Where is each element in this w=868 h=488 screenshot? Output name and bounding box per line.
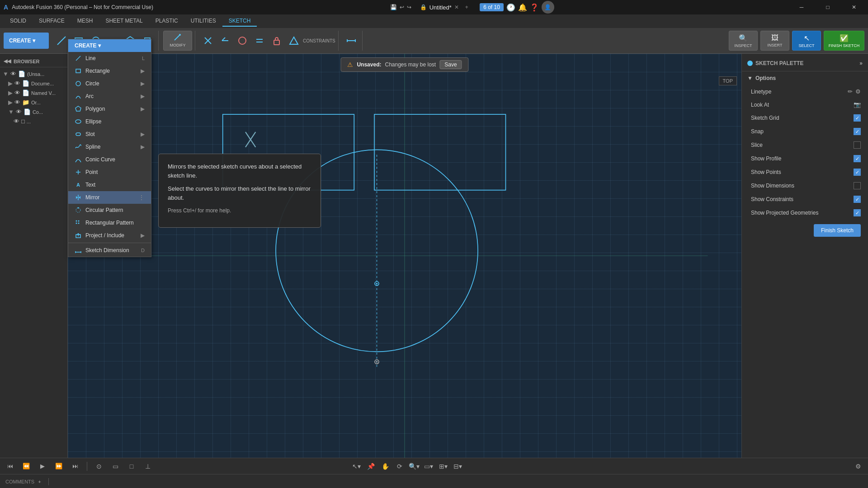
timeline-circle-btn[interactable]: ⊙: [93, 460, 105, 473]
close-button[interactable]: ✕: [844, 0, 864, 14]
notification-icon[interactable]: 🔔: [518, 3, 527, 12]
minimize-button[interactable]: ─: [791, 0, 812, 14]
close-tab-icon[interactable]: ✕: [454, 4, 459, 10]
create-dropdown-header[interactable]: CREATE ▾: [68, 39, 151, 52]
eye3-icon[interactable]: 👁: [14, 89, 20, 96]
zoom-btn[interactable]: 🔍▾: [408, 460, 420, 473]
eye6-icon[interactable]: 👁: [14, 118, 19, 125]
browser-item-or[interactable]: ▶ 👁 📁 Or...: [0, 98, 67, 107]
menu-item-sketch-dimension[interactable]: Sketch Dimension D: [68, 244, 151, 257]
menu-item-mirror[interactable]: Mirror ⋮: [68, 191, 151, 204]
palette-options-section[interactable]: ▼ Options: [742, 71, 868, 85]
display-btn[interactable]: ▭▾: [422, 460, 435, 473]
eye-icon[interactable]: 👁: [10, 70, 16, 77]
slice-checkbox[interactable]: [854, 141, 861, 149]
menu-item-conic-curve[interactable]: Conic Curve: [68, 153, 151, 166]
menu-item-polygon[interactable]: Polygon ▶: [68, 103, 151, 115]
menu-item-rectangle[interactable]: Rectangle ▶: [68, 65, 151, 77]
look-at-icon[interactable]: 📷: [854, 101, 861, 108]
redo-icon[interactable]: ↪: [407, 4, 411, 10]
pin-view-btn[interactable]: 📌: [364, 460, 377, 473]
menu-item-text[interactable]: A Text: [68, 178, 151, 191]
menu-item-slot[interactable]: Slot ▶: [68, 128, 151, 141]
sketch-canvas[interactable]: [68, 54, 741, 458]
menu-item-rectangular-pattern[interactable]: Rectangular Pattern: [68, 216, 151, 229]
help-icon[interactable]: ❓: [530, 3, 539, 12]
linetype-gear-icon[interactable]: ⚙: [855, 88, 861, 95]
pan-btn[interactable]: ✋: [379, 460, 392, 473]
finish-sketch-button[interactable]: ✅ FINISH SKETCH: [824, 31, 864, 51]
browser-item-sub[interactable]: 👁 □ ...: [0, 117, 67, 126]
cursor-menu-btn[interactable]: ↖▾: [350, 460, 363, 473]
show-projected-checkbox[interactable]: [854, 209, 861, 216]
mirror-more-icon[interactable]: ⋮: [138, 194, 145, 201]
insert-button[interactable]: 🖼 INSERT: [760, 31, 789, 51]
play-button[interactable]: ▶: [36, 460, 49, 473]
collapse-icon[interactable]: ◀◀: [4, 58, 11, 64]
dimension-btn[interactable]: [343, 31, 359, 51]
menu-item-ellipse[interactable]: Ellipse: [68, 115, 151, 128]
constraint-btn-2[interactable]: [217, 31, 233, 51]
tab-mesh[interactable]: MESH: [71, 16, 99, 27]
orbit-btn[interactable]: ⟳: [393, 460, 406, 473]
skip-start-button[interactable]: ⏮: [4, 460, 16, 473]
undo-icon[interactable]: ↩: [400, 4, 404, 10]
palette-chevron-icon[interactable]: »: [859, 60, 863, 66]
save-icon[interactable]: 💾: [390, 4, 397, 10]
snap-checkbox[interactable]: [854, 128, 861, 135]
menu-item-spline[interactable]: Spline ▶: [68, 141, 151, 153]
show-points-checkbox[interactable]: [854, 169, 861, 176]
canvas-area[interactable]: ⚠ Unsaved: Changes may be lost Save TOP: [68, 54, 741, 458]
eye4-icon[interactable]: 👁: [14, 99, 20, 106]
parallel-btn[interactable]: [251, 31, 268, 51]
show-constraints-checkbox[interactable]: [854, 196, 861, 203]
linetype-edit-icon[interactable]: ✏: [848, 88, 853, 95]
browser-item-co[interactable]: ▼ 👁 📄 Co...: [0, 107, 67, 117]
menu-item-line[interactable]: Line L: [68, 52, 151, 65]
tab-sketch[interactable]: SKETCH: [222, 16, 257, 27]
menu-item-project-include[interactable]: Project / Include ▶: [68, 229, 151, 242]
tab-solid[interactable]: SOLID: [4, 16, 33, 27]
tab-utilities[interactable]: UTILITIES: [184, 16, 222, 27]
timeline-rect-btn[interactable]: ▭: [109, 460, 122, 473]
eye5-icon[interactable]: 👁: [16, 108, 22, 115]
tab-plastic[interactable]: PLASTIC: [149, 16, 184, 27]
modify-button[interactable]: MODIFY: [163, 31, 192, 51]
sketch-grid-checkbox[interactable]: [854, 114, 861, 122]
save-button[interactable]: Save: [439, 60, 462, 69]
next-button[interactable]: ⏩: [52, 460, 65, 473]
menu-item-point[interactable]: Point: [68, 166, 151, 178]
constraint-btn-1[interactable]: [200, 31, 216, 51]
menu-item-circle[interactable]: Circle ▶: [68, 77, 151, 90]
browser-item-docs[interactable]: ▶ 👁 📄 Docume...: [0, 79, 67, 88]
user-avatar[interactable]: 👤: [542, 1, 554, 14]
browser-item-named[interactable]: ▶ 👁 📄 Named V...: [0, 88, 67, 98]
eye2-icon[interactable]: 👁: [14, 80, 20, 87]
menu-item-arc[interactable]: Arc ▶: [68, 90, 151, 103]
select-button[interactable]: ↖ SELECT: [792, 31, 821, 51]
browser-tree: ▼ 👁 📄 (Unsa... ▶ 👁 📄 Docume... ▶ 👁 📄 Nam…: [0, 67, 67, 128]
menu-item-circular-pattern[interactable]: Circular Pattern: [68, 204, 151, 216]
timeline-pin-btn[interactable]: ⊥: [142, 460, 154, 473]
show-dimensions-checkbox[interactable]: [854, 182, 861, 189]
timeline-square-btn[interactable]: □: [125, 460, 138, 473]
new-tab-icon[interactable]: +: [465, 4, 468, 10]
line-tool-btn[interactable]: [53, 31, 70, 51]
settings-button[interactable]: ⚙: [852, 460, 864, 473]
prev-button[interactable]: ⏪: [20, 460, 33, 473]
grid-btn[interactable]: ⊞▾: [437, 460, 449, 473]
skip-end-button[interactable]: ⏭: [69, 460, 81, 473]
create-button[interactable]: CREATE ▾: [4, 33, 49, 49]
tab-surface[interactable]: SURFACE: [33, 16, 71, 27]
inspect-button[interactable]: 🔍 INSPECT: [729, 31, 758, 51]
lock-constraint-btn[interactable]: [269, 31, 285, 51]
maximize-button[interactable]: □: [817, 0, 838, 14]
circle2-btn[interactable]: [234, 31, 250, 51]
show-profile-checkbox[interactable]: [854, 155, 861, 162]
browser-item-root[interactable]: ▼ 👁 📄 (Unsa...: [0, 69, 67, 79]
palette-finish-sketch-button[interactable]: Finish Sketch: [814, 224, 861, 237]
add-comment-icon[interactable]: +: [38, 479, 41, 484]
view-menu-btn[interactable]: ⊟▾: [451, 460, 464, 473]
tab-sheet-metal[interactable]: SHEET METAL: [99, 16, 149, 27]
triangle-btn[interactable]: [286, 31, 302, 51]
